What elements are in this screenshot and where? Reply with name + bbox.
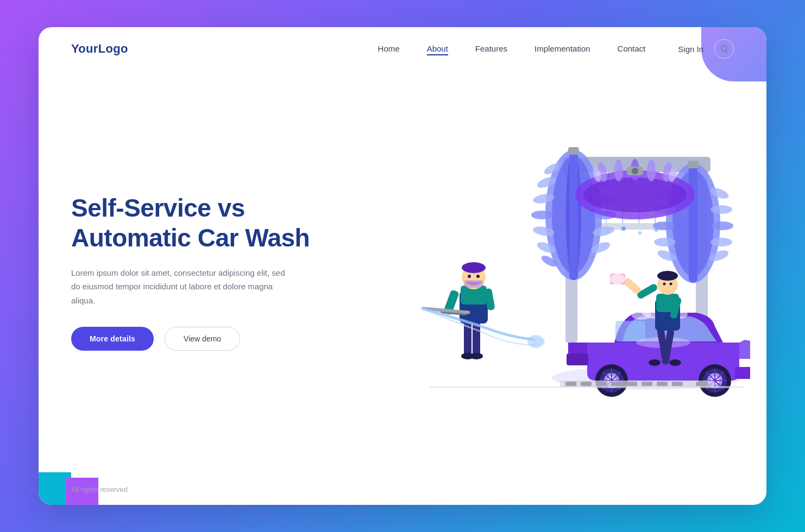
nav-item-home[interactable]: Home [378, 44, 400, 54]
svg-rect-63 [615, 321, 645, 341]
svg-point-46 [712, 221, 733, 230]
nav-link-implementation[interactable]: Implementation [534, 44, 590, 53]
svg-point-119 [612, 284, 617, 289]
svg-point-108 [669, 359, 681, 366]
svg-rect-124 [565, 382, 576, 386]
svg-point-104 [532, 337, 545, 346]
button-group: More details View demo [71, 327, 310, 351]
svg-point-0 [721, 46, 726, 51]
svg-rect-130 [657, 382, 668, 386]
svg-point-56 [647, 160, 656, 181]
svg-rect-64 [735, 367, 750, 379]
svg-point-98 [476, 275, 480, 278]
svg-rect-126 [596, 382, 607, 386]
nav-links: Home About Features Implementation Conta… [378, 44, 646, 54]
svg-point-107 [649, 359, 661, 366]
svg-point-47 [710, 238, 732, 246]
svg-point-45 [710, 205, 732, 214]
search-button[interactable] [714, 39, 734, 59]
svg-point-96 [462, 262, 486, 273]
svg-line-1 [726, 50, 727, 52]
svg-point-41 [653, 221, 675, 230]
svg-rect-116 [622, 277, 642, 295]
car-wash-illustration [359, 115, 750, 429]
svg-rect-67 [567, 353, 588, 365]
main-content: Self-Service vsAutomatic Car Wash Lorem … [39, 71, 766, 473]
svg-rect-128 [626, 382, 637, 386]
svg-point-97 [468, 275, 471, 278]
nav-link-home[interactable]: Home [378, 44, 400, 53]
svg-rect-36 [568, 147, 579, 155]
svg-point-42 [654, 238, 676, 246]
sign-in-link[interactable]: Sign In [678, 45, 703, 54]
nav-item-implementation[interactable]: Implementation [534, 44, 590, 54]
footer: All rights reserved [39, 473, 766, 505]
nav-item-contact[interactable]: Contact [618, 44, 646, 54]
svg-point-120 [619, 286, 623, 290]
illustration [343, 71, 766, 473]
svg-point-114 [670, 283, 672, 286]
nav-link-contact[interactable]: Contact [618, 44, 646, 53]
svg-point-113 [663, 283, 666, 286]
svg-rect-131 [672, 382, 683, 386]
nav-item-about[interactable]: About [427, 44, 448, 54]
main-card: YourLogo Home About Features Implementat… [39, 27, 766, 505]
svg-point-52 [583, 178, 687, 212]
more-details-button[interactable]: More details [71, 327, 154, 351]
svg-rect-49 [689, 163, 697, 283]
left-content: Self-Service vsAutomatic Car Wash Lorem … [71, 193, 310, 351]
svg-rect-129 [642, 382, 652, 386]
nav-right: Sign In [678, 39, 734, 59]
svg-point-61 [632, 168, 638, 174]
svg-point-86 [632, 311, 651, 320]
svg-rect-95 [464, 280, 483, 288]
svg-rect-50 [688, 161, 699, 168]
svg-point-24 [531, 211, 553, 219]
navbar: YourLogo Home About Features Implementat… [39, 27, 766, 71]
svg-rect-35 [569, 150, 578, 280]
svg-point-54 [614, 160, 623, 181]
svg-point-118 [610, 274, 625, 284]
search-icon [720, 45, 728, 53]
svg-point-91 [470, 353, 483, 359]
svg-point-15 [621, 226, 626, 231]
footer-text: All rights reserved [71, 485, 128, 493]
hero-description: Lorem ipsum dolor sit amet, consectetur … [71, 266, 288, 308]
hero-title: Self-Service vsAutomatic Car Wash [71, 193, 310, 253]
svg-point-112 [657, 271, 678, 281]
svg-rect-127 [611, 382, 622, 386]
view-demo-button[interactable]: View demo [165, 327, 240, 351]
nav-item-features[interactable]: Features [475, 44, 507, 54]
svg-point-16 [638, 231, 642, 235]
nav-link-features[interactable]: Features [475, 44, 507, 53]
nav-link-about[interactable]: About [427, 44, 448, 53]
logo: YourLogo [71, 42, 128, 56]
svg-rect-125 [581, 382, 592, 386]
svg-rect-132 [696, 382, 707, 386]
